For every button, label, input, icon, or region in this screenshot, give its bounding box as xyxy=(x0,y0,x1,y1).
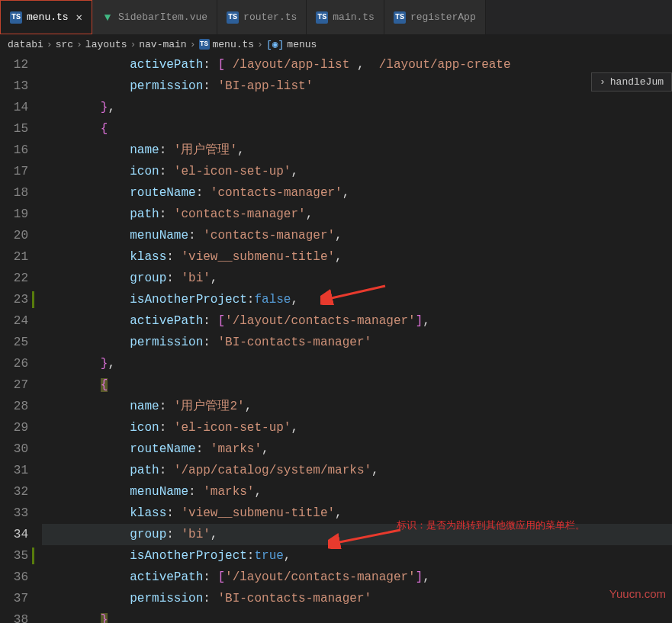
line-number: 14 xyxy=(0,97,28,118)
line-number: 28 xyxy=(0,396,28,417)
tab-main-ts[interactable]: TS main.ts xyxy=(307,0,384,34)
chevron-right-icon: › xyxy=(76,39,82,50)
line-number: 30 xyxy=(0,438,28,460)
breadcrumb-item[interactable]: layouts xyxy=(85,39,127,50)
code-line[interactable]: } xyxy=(42,609,672,623)
outline-panel[interactable]: › handleJum xyxy=(591,72,672,92)
breadcrumb-item[interactable]: [◉] menus xyxy=(266,38,317,50)
line-number: 13 xyxy=(0,75,28,97)
line-number: 35 xyxy=(0,545,28,567)
code-line[interactable]: path: '/app/catalog/system/marks', xyxy=(42,460,672,481)
code-line[interactable]: permission: 'BI-contacts-manager' xyxy=(42,588,672,609)
vue-icon: ▼ xyxy=(101,11,114,24)
code-line[interactable]: permission: 'BI-contacts-manager' xyxy=(42,332,672,353)
code-line[interactable]: activePath: ['/layout/contacts-manager']… xyxy=(42,310,672,332)
ts-icon: TS xyxy=(199,39,210,50)
ts-icon: TS xyxy=(10,11,22,24)
tab-sidebaritem-vue[interactable]: ▼ SidebarItem.vue xyxy=(92,0,217,34)
code-line[interactable]: }, xyxy=(42,353,672,374)
line-number: 21 xyxy=(0,246,28,268)
chevron-right-icon: › xyxy=(257,39,263,50)
line-number: 16 xyxy=(0,140,28,161)
code-line[interactable]: menuName: 'marks', xyxy=(42,481,672,503)
editor-tabs: TS menu.ts ✕ ▼ SidebarItem.vue TS router… xyxy=(0,0,672,34)
line-number: 17 xyxy=(0,161,28,182)
line-gutter: 1213141516171819202122232425262728293031… xyxy=(0,54,42,623)
line-number: 32 xyxy=(0,481,28,503)
code-line[interactable]: routeName: 'contacts-manager', xyxy=(42,182,672,204)
tab-label: main.ts xyxy=(333,11,375,23)
tab-label: registerApp xyxy=(410,11,476,23)
line-number: 15 xyxy=(0,118,28,140)
line-number: 20 xyxy=(0,225,28,246)
breadcrumb-item[interactable]: TS menu.ts xyxy=(199,39,255,50)
code-line[interactable]: activePath: [ /layout/app-list , /layout… xyxy=(42,54,672,75)
chevron-right-icon: › xyxy=(130,39,136,50)
code-line[interactable]: { xyxy=(42,118,672,140)
line-number: 38 xyxy=(0,609,28,623)
ts-icon: TS xyxy=(227,11,239,24)
tab-menu-ts[interactable]: TS menu.ts ✕ xyxy=(0,0,92,34)
annotation-text: 标识：是否为跳转到其他微应用的菜单栏。 xyxy=(397,519,585,532)
ts-icon: TS xyxy=(394,11,406,24)
line-number: 36 xyxy=(0,567,28,588)
close-icon[interactable]: ✕ xyxy=(76,11,82,24)
tab-label: router.ts xyxy=(243,11,297,23)
code-line[interactable]: routeName: 'marks', xyxy=(42,438,672,460)
line-number: 37 xyxy=(0,588,28,609)
line-number: 31 xyxy=(0,460,28,481)
ts-icon: TS xyxy=(316,11,328,24)
line-number: 33 xyxy=(0,503,28,524)
chevron-right-icon: › xyxy=(47,39,53,50)
outline-label: handleJum xyxy=(610,76,664,88)
code-line[interactable]: }, xyxy=(42,97,672,118)
breadcrumb-item[interactable]: nav-main xyxy=(139,39,186,50)
code-line[interactable]: icon: 'el-icon-set-up', xyxy=(42,417,672,438)
code-line[interactable]: activePath: ['/layout/contacts-manager']… xyxy=(42,567,672,588)
line-number: 18 xyxy=(0,182,28,204)
code-editor[interactable]: 1213141516171819202122232425262728293031… xyxy=(0,54,672,623)
line-number: 25 xyxy=(0,332,28,353)
code-line[interactable]: { xyxy=(42,374,672,396)
line-number: 23 xyxy=(0,289,28,310)
tab-registerapp[interactable]: TS registerApp xyxy=(384,0,486,34)
variable-icon: [◉] xyxy=(266,38,284,50)
tab-router-ts[interactable]: TS router.ts xyxy=(217,0,307,34)
code-line[interactable]: icon: 'el-icon-set-up', xyxy=(42,161,672,182)
line-number: 19 xyxy=(0,204,28,225)
code-line[interactable]: menuName: 'contacts-manager', xyxy=(42,225,672,246)
code-line[interactable]: permission: 'BI-app-list' xyxy=(42,75,672,97)
watermark: Yuucn.com xyxy=(609,587,666,600)
breadcrumb[interactable]: databi › src › layouts › nav-main › TS m… xyxy=(0,34,672,54)
code-line[interactable]: isAnotherProject:true, xyxy=(42,545,672,567)
tab-label: menu.ts xyxy=(27,11,69,23)
line-number: 34 xyxy=(0,524,28,545)
code-line[interactable]: name: '用户管理2', xyxy=(42,396,672,417)
line-number: 22 xyxy=(0,268,28,289)
line-number: 27 xyxy=(0,374,28,396)
code-line[interactable]: isAnotherProject:false, xyxy=(42,289,672,310)
code-line[interactable]: group: 'bi', xyxy=(42,268,672,289)
chevron-right-icon: › xyxy=(600,76,606,88)
code-area[interactable]: activePath: [ /layout/app-list , /layout… xyxy=(42,54,672,623)
code-line[interactable]: path: 'contacts-manager', xyxy=(42,204,672,225)
tab-label: SidebarItem.vue xyxy=(118,11,207,23)
line-number: 24 xyxy=(0,310,28,332)
breadcrumb-item[interactable]: src xyxy=(56,39,73,50)
code-line[interactable]: name: '用户管理', xyxy=(42,140,672,161)
chevron-right-icon: › xyxy=(190,39,196,50)
line-number: 26 xyxy=(0,353,28,374)
line-number: 12 xyxy=(0,54,28,75)
breadcrumb-item[interactable]: databi xyxy=(8,39,43,50)
code-line[interactable]: klass: 'view__submenu-title', xyxy=(42,246,672,268)
line-number: 29 xyxy=(0,417,28,438)
